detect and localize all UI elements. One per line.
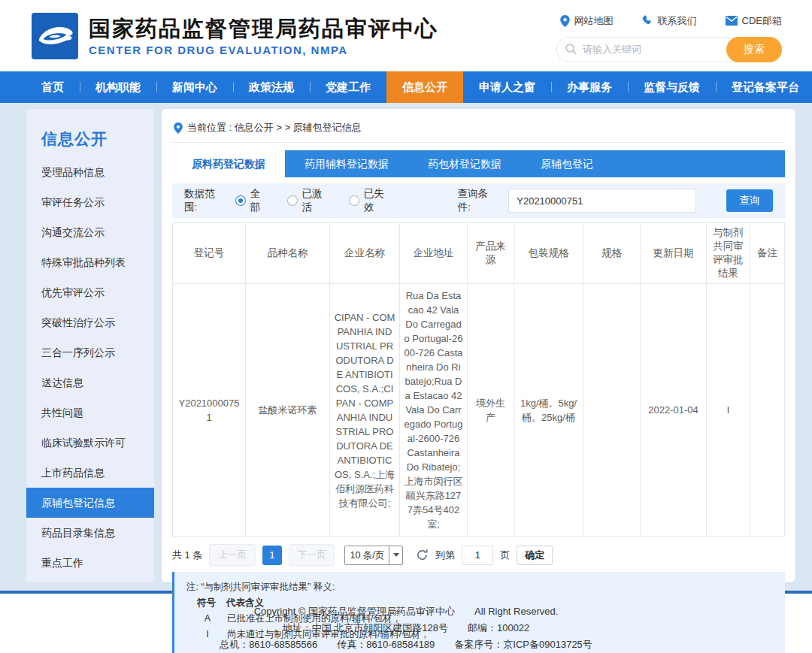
sidebar-item-drug-catalog[interactable]: 药品目录集信息 (26, 518, 154, 548)
nav-item-party[interactable]: 党建工作 (310, 71, 386, 103)
radio-expired[interactable]: 已失效 (349, 187, 394, 214)
col-company-name: 企业名称 (330, 223, 400, 284)
sidebar-item-special-approval[interactable]: 特殊审批品种列表 (26, 247, 154, 277)
sidebar-item-communication[interactable]: 沟通交流公示 (26, 217, 154, 247)
sidebar-item-accepted-varieties[interactable]: 受理品种信息 (26, 157, 154, 187)
sidebar-item-marketed-drugs[interactable]: 上市药品信息 (26, 458, 154, 488)
rights-text: All Right Reserved. (474, 603, 558, 620)
total-count: 共 1 条 (172, 549, 202, 562)
col-packaging-spec: 包装规格 (514, 223, 583, 284)
radio-all-label: 全部 (250, 187, 271, 214)
goto-suffix: 页 (500, 549, 510, 562)
tab-packaging-registration[interactable]: 药包材登记数据 (408, 150, 521, 177)
nav-item-news[interactable]: 新闻中心 (156, 71, 233, 103)
breadcrumb: 当前位置 : 信息公开 > > 原辅包登记信息 (172, 116, 785, 143)
contact-label: 联系我们 (658, 14, 697, 28)
sidebar-item-review-tasks[interactable]: 审评任务公示 (26, 187, 154, 217)
note-title: 注: “与制剂共同审评审批结果” 释义: (186, 579, 773, 595)
phone-icon (642, 15, 653, 26)
breadcrumb-pin-icon (174, 122, 183, 134)
tab-raw-excipient-packaging[interactable]: 原辅包登记 (521, 150, 613, 177)
quick-links: 网站地图 联系我们 CDE邮箱 (560, 14, 782, 28)
note-symbol-i: I (201, 627, 214, 642)
cell-spec (583, 284, 641, 537)
table-header-row: 登记号 品种名称 企业名称 企业地址 产品来源 包装规格 规格 更新日期 与制剂… (173, 223, 785, 284)
sidebar-item-key-work[interactable]: 重点工作 (26, 548, 154, 578)
cell-packaging-spec: 1kg/桶。5kg/桶。25kg/桶 (514, 284, 583, 537)
col-registration-no: 登记号 (173, 223, 246, 284)
site-header: 国家药品监督管理局药品审评中心 CENTER FOR DRUG EVALUATI… (0, 0, 812, 71)
cde-logo (32, 13, 78, 59)
query-button[interactable]: 查询 (726, 189, 773, 212)
radio-all[interactable]: 全部 (235, 187, 271, 214)
radio-expired-dot (349, 195, 359, 206)
contact-link[interactable]: 联系我们 (642, 14, 697, 28)
address-text: 地址：中国 北京市朝阳区建国路128号 (283, 620, 448, 636)
cde-mail-link[interactable]: CDE邮箱 (726, 14, 782, 28)
scope-radio-group: 全部 已激活 已失效 (235, 187, 395, 214)
nav-item-services[interactable]: 办事服务 (551, 71, 628, 103)
goto-page-input[interactable] (462, 546, 493, 565)
tab-excipient-registration[interactable]: 药用辅料登记数据 (285, 150, 408, 177)
nav-item-info-disclosure[interactable]: 信息公开 (386, 71, 463, 103)
cell-variety-name: 盐酸米诺环素 (246, 284, 330, 537)
note-col-symbol: 符号 (197, 595, 216, 611)
col-company-address: 企业地址 (400, 223, 468, 284)
header-right: 网站地图 联系我们 CDE邮箱 搜索 (556, 10, 782, 62)
content-region: 信息公开 受理品种信息 审评任务公示 沟通交流公示 特殊审批品种列表 优先审评公… (0, 103, 812, 591)
nav-item-registration-platform[interactable]: 登记备案平台 (716, 71, 812, 103)
site-search-button[interactable]: 搜索 (726, 37, 782, 62)
registration-table: 登记号 品种名称 企业名称 企业地址 产品来源 包装规格 规格 更新日期 与制剂… (172, 222, 785, 537)
cell-registration-no: Y20210000751 (173, 284, 246, 537)
query-label: 查询条件: (458, 187, 501, 214)
nav-item-applicant-window[interactable]: 申请人之窗 (463, 71, 551, 103)
sidebar-item-raw-excipient-packaging[interactable]: 原辅包登记信息 (26, 488, 154, 518)
nav-item-supervision[interactable]: 监督与反馈 (628, 71, 716, 103)
location-pin-icon (560, 15, 570, 27)
radio-all-dot (235, 195, 246, 206)
col-variety-name: 品种名称 (246, 223, 330, 284)
sidebar-item-common-issues[interactable]: 共性问题 (26, 398, 154, 428)
sidebar-item-breakthrough-therapy[interactable]: 突破性治疗公示 (26, 307, 154, 337)
sidebar-item-delivery-info[interactable]: 送达信息 (26, 367, 154, 398)
site-search: 搜索 (556, 37, 782, 62)
site-subtitle: CENTER FOR DRUG EVALUATION, NMPA (89, 44, 438, 56)
sidebar-item-three-in-one[interactable]: 三合一序列公示 (26, 337, 154, 367)
sitemap-link[interactable]: 网站地图 (560, 14, 614, 28)
note-symbol-a: A (201, 611, 214, 627)
envelope-icon (726, 16, 738, 26)
sidebar-item-priority-review[interactable]: 优先审评公示 (26, 277, 154, 307)
goto-prefix: 到第 (435, 549, 455, 562)
page-size-select[interactable]: 10 条/页 (344, 546, 403, 565)
tab-api-registration[interactable]: 原料药登记数据 (172, 150, 285, 177)
pagination: 共 1 条 上一页 1 下一页 10 条/页 到第 页 确定 (172, 544, 785, 566)
table-row[interactable]: Y20210000751 盐酸米诺环素 CIPAN - COMPANHIA IN… (173, 284, 785, 537)
brand: 国家药品监督管理局药品审评中心 CENTER FOR DRUG EVALUATI… (32, 13, 438, 59)
sidebar-item-clinical-trial-implied[interactable]: 临床试验默示许可 (26, 428, 154, 458)
icp-text: 备案序号：京ICP备09013725号 (454, 636, 592, 653)
prev-page-button[interactable]: 上一页 (209, 544, 256, 566)
nav-item-home[interactable]: 首页 (26, 71, 80, 103)
postcode-text: 邮编：100022 (468, 620, 529, 636)
radio-expired-label: 已失效 (364, 187, 394, 214)
next-page-button[interactable]: 下一页 (289, 544, 335, 566)
scope-label: 数据范围: (184, 187, 228, 214)
swan-logo-icon (32, 13, 78, 59)
cell-company-address: Rua Da Estacao 42 Vala Do Carregado Port… (400, 284, 468, 537)
page-size-value: 10 条/页 (345, 546, 389, 564)
col-joint-review-result: 与制剂共同审评审批结果 (707, 223, 750, 284)
current-page-button[interactable]: 1 (262, 546, 282, 565)
cell-update-date: 2022-01-04 (641, 284, 707, 537)
confirm-button[interactable]: 确定 (517, 546, 553, 565)
filter-bar: 数据范围: 全部 已激活 已失效 查询条件: 查询 (172, 183, 785, 218)
query-input[interactable] (508, 189, 696, 213)
site-title: 国家药品监督管理局药品审评中心 (89, 16, 438, 41)
col-product-source: 产品来源 (468, 223, 514, 284)
fax-text: 传真：8610-68584189 (337, 636, 435, 653)
radio-activated[interactable]: 已激活 (287, 187, 332, 214)
nav-item-policy[interactable]: 政策法规 (233, 71, 310, 103)
refresh-icon[interactable] (416, 549, 429, 561)
sidebar: 信息公开 受理品种信息 审评任务公示 沟通交流公示 特殊审批品种列表 优先审评公… (26, 109, 154, 582)
nav-item-functions[interactable]: 机构职能 (80, 71, 156, 103)
col-update-date: 更新日期 (641, 223, 707, 284)
